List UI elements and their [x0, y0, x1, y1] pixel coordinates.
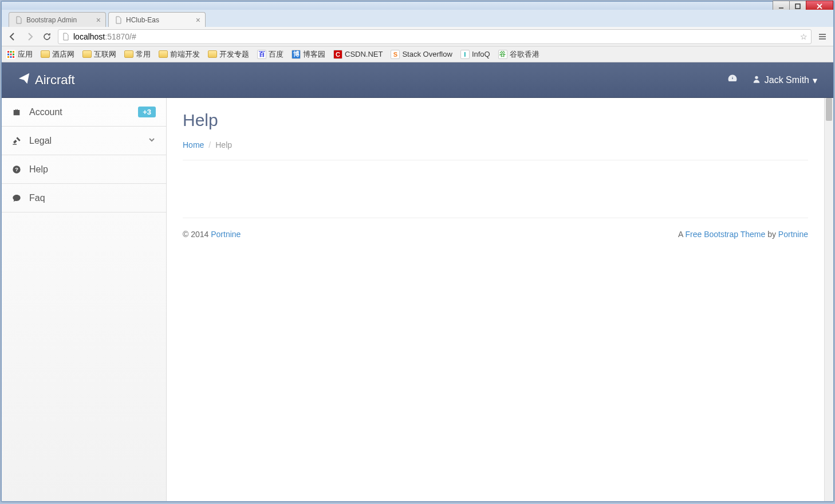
footer-right: A Free Bootstrap Theme by Portnine	[678, 230, 808, 239]
svg-text:?: ?	[15, 167, 18, 172]
browser-tab-inactive[interactable]: Bootstrap Admin ×	[9, 12, 106, 27]
bookmark-label: 互联网	[94, 49, 116, 60]
folder-icon	[208, 50, 217, 58]
bookmark-label: 应用	[18, 49, 33, 60]
tab-close-icon[interactable]: ×	[96, 15, 101, 25]
favicon: C	[333, 50, 342, 59]
bookmark-item[interactable]: 应用	[6, 49, 33, 60]
footer-link-portnine2[interactable]: Portnine	[778, 230, 808, 239]
sidebar-item-label: Help	[29, 164, 48, 175]
svg-rect-12	[13, 53, 14, 55]
chrome-menu-button[interactable]	[816, 30, 829, 43]
tab-title: Bootstrap Admin	[26, 16, 77, 24]
app-header: Aircraft Jack Smith ▾	[2, 62, 833, 98]
sidebar-item-account[interactable]: Account+3	[2, 98, 166, 127]
folder-icon	[82, 50, 92, 58]
tab-title: HClub-Eas	[126, 16, 159, 24]
bookmark-label: 百度	[269, 49, 283, 60]
window-titlebar	[2, 2, 833, 10]
breadcrumb: Home / Help	[183, 140, 808, 160]
svg-rect-13	[7, 56, 9, 58]
browser-tab-active[interactable]: HClub-Eas ×	[108, 12, 206, 27]
footer-text: A	[678, 230, 685, 239]
user-icon	[752, 74, 761, 86]
scroll-thumb[interactable]	[826, 98, 832, 121]
bookmark-item[interactable]: 互联网	[82, 49, 116, 60]
bookmark-item[interactable]: 常用	[124, 49, 151, 60]
bookmark-item[interactable]: 谷谷歌香港	[498, 49, 539, 60]
bookmark-item[interactable]: 前端开发	[159, 49, 200, 60]
sidebar-item-label: Faq	[29, 193, 45, 203]
svg-rect-1	[795, 4, 800, 9]
bookmark-item[interactable]: SStack Overflow	[391, 50, 452, 59]
question-icon: ?	[12, 165, 22, 174]
brand[interactable]: Aircraft	[18, 72, 75, 88]
breadcrumb-separator: /	[208, 140, 211, 149]
url-host: localhost	[73, 32, 105, 41]
breadcrumb-current: Help	[215, 140, 232, 149]
footer-text: by	[765, 230, 778, 239]
back-button[interactable]	[6, 30, 19, 43]
svg-rect-15	[13, 56, 14, 58]
dashboard-icon[interactable]	[727, 73, 738, 87]
briefcase-icon	[12, 108, 22, 117]
svg-rect-8	[10, 51, 12, 53]
forward-button[interactable]	[23, 30, 36, 43]
apps-icon	[6, 50, 15, 59]
bookmark-item[interactable]: IInfoQ	[460, 50, 490, 59]
paper-plane-icon	[18, 72, 30, 88]
svg-rect-10	[7, 53, 9, 55]
bookmark-label: Stack Overflow	[402, 50, 452, 58]
breadcrumb-home[interactable]: Home	[183, 140, 204, 149]
app-wrap: Aircraft Jack Smith ▾ Account+3Legal?Hel…	[2, 62, 833, 501]
bookmark-item[interactable]: 博博客园	[292, 49, 325, 60]
bookmark-label: 谷歌香港	[510, 49, 539, 60]
vertical-scrollbar[interactable]	[824, 98, 833, 501]
favicon: S	[391, 50, 400, 59]
user-name: Jack Smith	[765, 75, 809, 85]
sidebar-item-help[interactable]: ?Help	[2, 155, 166, 184]
comment-icon	[12, 194, 22, 203]
main-content: Help Home / Help © 2014 Portnine A Free …	[167, 98, 824, 501]
svg-rect-14	[10, 56, 12, 58]
svg-rect-11	[10, 53, 12, 55]
bookmark-label: CSDN.NET	[345, 50, 383, 58]
app-body: Account+3Legal?HelpFaq Help Home / Help …	[2, 98, 833, 501]
bookmark-label: 开发专题	[219, 49, 249, 60]
copyright-text: © 2014	[183, 230, 211, 239]
tab-strip: Bootstrap Admin × HClub-Eas ×	[2, 10, 833, 27]
bookmark-item[interactable]: 百百度	[257, 49, 283, 60]
footer: © 2014 Portnine A Free Bootstrap Theme b…	[183, 218, 808, 239]
reload-button[interactable]	[41, 30, 53, 43]
page-icon	[115, 16, 123, 24]
bookmark-star-icon[interactable]: ☆	[800, 32, 808, 41]
tab-close-icon[interactable]: ×	[196, 15, 200, 25]
bookmark-item[interactable]: CCSDN.NET	[333, 50, 383, 59]
folder-icon	[124, 50, 133, 58]
sidebar-badge: +3	[138, 107, 156, 117]
bookmark-item[interactable]: 开发专题	[208, 49, 249, 60]
svg-rect-7	[7, 51, 9, 53]
bookmark-bar: 应用酒店网互联网常用前端开发开发专题百百度博博客园CCSDN.NETSStack…	[2, 46, 833, 62]
user-menu[interactable]: Jack Smith ▾	[752, 74, 817, 86]
footer-link-portnine[interactable]: Portnine	[211, 230, 241, 239]
page-icon	[62, 33, 70, 41]
bookmark-label: 博客园	[303, 49, 325, 60]
page-icon	[15, 16, 23, 24]
folder-icon	[159, 50, 168, 58]
sidebar-item-faq[interactable]: Faq	[2, 184, 166, 212]
svg-rect-9	[13, 51, 14, 53]
bookmark-label: 前端开发	[170, 49, 200, 60]
sidebar-item-legal[interactable]: Legal	[2, 127, 166, 155]
footer-link-theme[interactable]: Free Bootstrap Theme	[685, 230, 765, 239]
brand-label: Aircraft	[35, 73, 75, 88]
sidebar-item-label: Legal	[29, 136, 52, 146]
bookmark-item[interactable]: 酒店网	[41, 49, 74, 60]
favicon: 博	[292, 50, 301, 59]
bookmark-label: InfoQ	[472, 50, 490, 58]
favicon: 谷	[498, 50, 507, 59]
url-bar[interactable]: localhost:51870/# ☆	[58, 29, 812, 44]
nav-bar: localhost:51870/# ☆	[2, 27, 833, 46]
bookmark-label: 酒店网	[52, 49, 74, 60]
header-right: Jack Smith ▾	[727, 73, 817, 87]
